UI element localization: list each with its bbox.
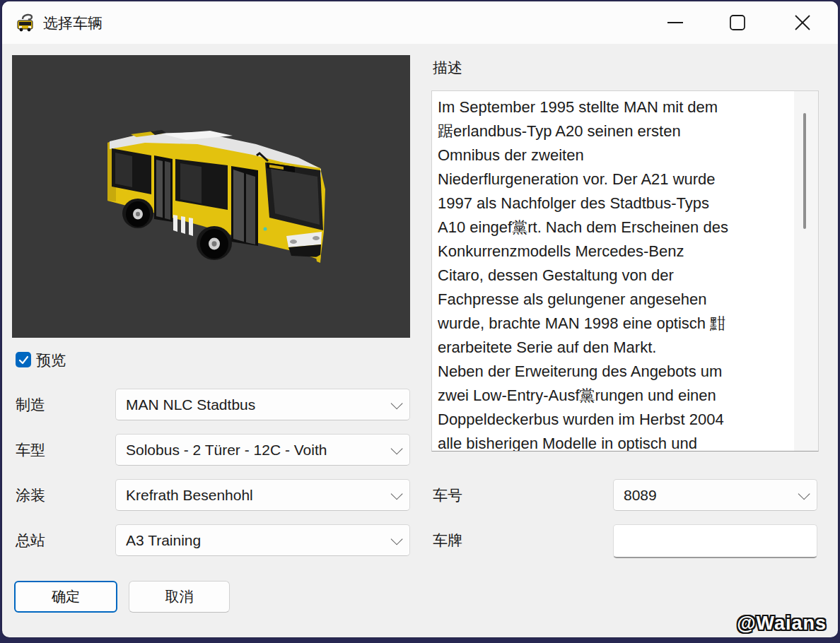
model-value: Solobus - 2 Türer - 12C - Voith [126, 442, 391, 459]
scrollbar-track [794, 91, 818, 451]
app-bus-icon [16, 11, 37, 33]
chevron-down-icon [391, 397, 403, 409]
depot-dropdown[interactable]: A3 Training [115, 524, 410, 556]
livery-dropdown[interactable]: Krefrath Besenhohl [115, 479, 410, 511]
chevron-down-icon [798, 488, 810, 500]
vehicle-preview-viewport [12, 55, 410, 338]
minimize-button[interactable] [655, 7, 696, 38]
ok-button[interactable]: 确定 [14, 581, 117, 613]
maximize-icon [728, 13, 747, 32]
model-label: 车型 [16, 434, 107, 466]
ok-button-label: 确定 [52, 587, 80, 606]
minimize-icon [666, 13, 684, 32]
chevron-down-icon [391, 488, 403, 500]
window-title: 选择车辆 [43, 13, 103, 33]
livery-label: 涂装 [16, 479, 107, 511]
license-plate-input[interactable] [613, 524, 817, 558]
cancel-button[interactable]: 取消 [129, 581, 230, 613]
manufacturer-label: 制造 [16, 389, 107, 420]
preview-checkbox-label: 预览 [36, 352, 66, 368]
livery-value: Krefrath Besenhohl [126, 487, 391, 504]
chevron-down-icon [391, 533, 403, 545]
maximize-button[interactable] [717, 7, 758, 38]
watermark: @Waians [737, 613, 827, 635]
close-icon [793, 13, 812, 32]
bus-preview-image [12, 55, 410, 338]
description-box[interactable]: Im September 1995 stellte MAN mit dem 踞e… [431, 90, 819, 452]
scrollbar-thumb[interactable] [803, 113, 806, 229]
preview-checkbox[interactable] [16, 352, 31, 367]
chevron-down-icon [391, 442, 403, 454]
fleet-number-value: 8089 [624, 487, 798, 504]
manufacturer-dropdown[interactable]: MAN NLC Stadtbus [115, 389, 410, 420]
select-vehicle-dialog: 选择车辆 [2, 1, 838, 637]
manufacturer-value: MAN NLC Stadtbus [126, 396, 391, 413]
checkmark-icon [18, 355, 29, 365]
description-text: Im September 1995 stellte MAN mit dem 踞e… [438, 95, 790, 451]
cancel-button-label: 取消 [165, 587, 194, 606]
license-plate-label: 车牌 [433, 524, 525, 556]
fleet-number-label: 车号 [433, 479, 525, 511]
titlebar: 选择车辆 [2, 1, 838, 44]
depot-value: A3 Training [126, 532, 391, 549]
description-label: 描述 [433, 58, 462, 78]
model-dropdown[interactable]: Solobus - 2 Türer - 12C - Voith [115, 434, 410, 466]
close-button[interactable] [782, 7, 823, 38]
fleet-number-dropdown[interactable]: 8089 [613, 479, 817, 511]
depot-label: 总站 [16, 524, 107, 556]
